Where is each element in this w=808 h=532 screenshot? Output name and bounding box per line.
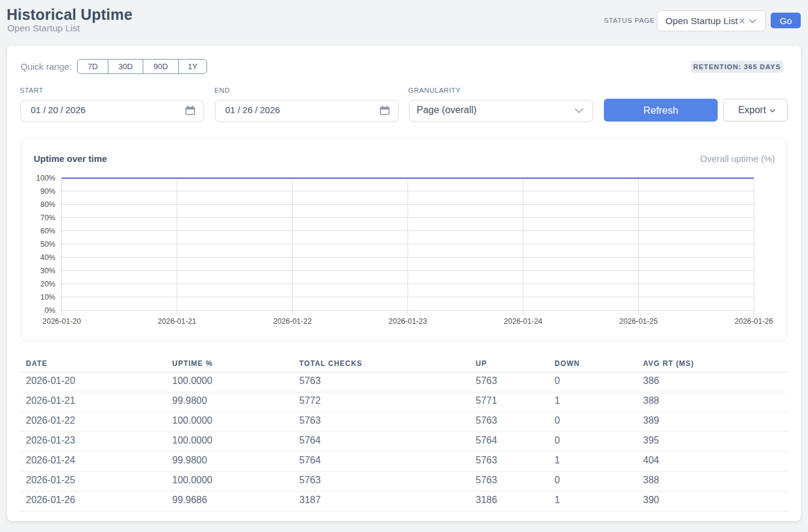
- svg-text:0%: 0%: [45, 306, 55, 315]
- svg-text:60%: 60%: [40, 227, 55, 235]
- svg-text:2026-01-20: 2026-01-20: [43, 317, 81, 326]
- svg-text:2026-01-25: 2026-01-25: [619, 317, 657, 326]
- svg-text:50%: 50%: [40, 240, 55, 249]
- svg-text:40%: 40%: [40, 253, 55, 262]
- svg-text:30%: 30%: [40, 267, 55, 275]
- svg-text:10%: 10%: [40, 293, 55, 302]
- svg-text:90%: 90%: [40, 187, 55, 196]
- svg-text:80%: 80%: [40, 200, 55, 209]
- svg-text:100%: 100%: [36, 174, 55, 182]
- svg-text:20%: 20%: [40, 280, 55, 288]
- svg-text:2026-01-22: 2026-01-22: [273, 317, 312, 326]
- svg-text:2026-01-21: 2026-01-21: [158, 317, 196, 326]
- svg-text:2026-01-26: 2026-01-26: [735, 317, 773, 326]
- svg-text:2026-01-24: 2026-01-24: [504, 317, 542, 326]
- svg-text:70%: 70%: [40, 214, 55, 222]
- svg-text:2026-01-23: 2026-01-23: [388, 317, 427, 326]
